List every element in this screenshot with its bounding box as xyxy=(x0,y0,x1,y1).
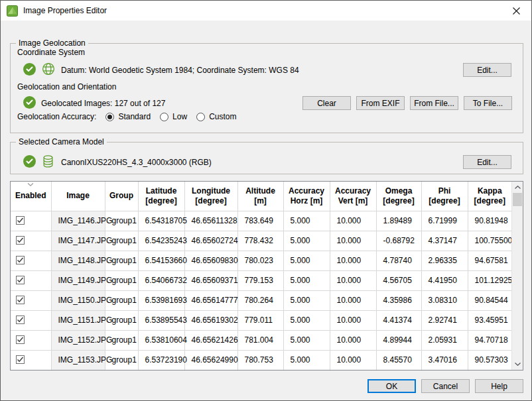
column-header-enabled[interactable]: Enabled xyxy=(11,182,51,211)
column-header-altitude[interactable]: Altitude [m] xyxy=(237,182,283,211)
cell-accuracy-vert[interactable]: 10.000 xyxy=(330,310,376,330)
camera-edit-button[interactable]: Edit... xyxy=(463,155,511,169)
cell-accuracy-horz[interactable]: 5.000 xyxy=(283,330,330,350)
cell-accuracy-horz[interactable]: 5.000 xyxy=(283,270,330,290)
close-icon[interactable] xyxy=(507,3,525,18)
cell-altitude[interactable]: 781.004 xyxy=(237,330,283,350)
cell-longitude[interactable]: 46.65609371 xyxy=(184,270,237,290)
cell-latitude[interactable]: 6.54235243 xyxy=(138,231,184,251)
cell-omega[interactable]: 1.89489 xyxy=(376,211,421,231)
cell-omega[interactable]: 4.56705 xyxy=(376,270,421,290)
cell-accuracy-vert[interactable]: 10.000 xyxy=(330,290,376,310)
cell-longitude[interactable]: 46.65611328 xyxy=(184,211,237,231)
cell-accuracy-horz[interactable]: 5.000 xyxy=(283,211,330,231)
cell-phi[interactable]: 6.71999 xyxy=(421,211,468,231)
cell-kappa[interactable]: 90.81948 xyxy=(468,211,511,231)
help-button[interactable]: Help xyxy=(475,379,523,393)
cell-phi[interactable]: 3.47016 xyxy=(421,350,468,370)
cell-kappa[interactable]: 90.84544 xyxy=(468,290,511,310)
column-header-accuracy-vert[interactable]: Accuracy Vert [m] xyxy=(330,182,376,211)
cell-latitude[interactable]: 6.53810604 xyxy=(138,330,184,350)
cell-phi[interactable]: 3.08310 xyxy=(421,290,468,310)
cell-omega[interactable]: 4.35986 xyxy=(376,290,421,310)
coordinate-edit-button[interactable]: Edit... xyxy=(463,63,511,77)
cell-accuracy-horz[interactable]: 5.000 xyxy=(283,231,330,251)
column-header-kappa[interactable]: Kappa [degree] xyxy=(468,182,511,211)
cell-kappa[interactable]: 94.67581 xyxy=(468,251,511,270)
cell-accuracy-horz[interactable]: 5.000 xyxy=(283,310,330,330)
radio-custom-icon[interactable] xyxy=(196,113,205,121)
cell-phi[interactable]: 2.05931 xyxy=(421,330,468,350)
cell-image[interactable]: IMG_1152.JPG xyxy=(51,330,105,350)
cell-longitude[interactable]: 46.65602724 xyxy=(184,231,237,251)
enabled-checkbox[interactable] xyxy=(16,335,25,344)
cell-altitude[interactable]: 780.264 xyxy=(237,290,283,310)
cell-accuracy-horz[interactable]: 5.000 xyxy=(283,350,330,370)
cell-altitude[interactable]: 780.753 xyxy=(237,350,283,370)
cancel-button[interactable]: Cancel xyxy=(421,379,470,393)
cell-latitude[interactable]: 6.53723190 xyxy=(138,350,184,370)
accuracy-radio-low[interactable]: Low xyxy=(160,112,187,121)
cell-omega[interactable]: 8.45570 xyxy=(376,350,421,370)
cell-altitude[interactable]: 779.011 xyxy=(237,310,283,330)
cell-altitude[interactable]: 778.432 xyxy=(237,231,283,251)
cell-kappa[interactable]: 101.12925 xyxy=(468,270,511,290)
cell-accuracy-vert[interactable]: 10.000 xyxy=(330,211,376,231)
from-file-button[interactable]: From File... xyxy=(410,96,458,110)
ok-button[interactable]: OK xyxy=(367,379,416,393)
cell-kappa[interactable]: 93.45951 xyxy=(468,310,511,330)
to-file-button[interactable]: To File... xyxy=(464,96,512,110)
column-header-phi[interactable]: Phi [degree] xyxy=(421,182,468,211)
cell-omega[interactable]: 4.78740 xyxy=(376,251,421,270)
enabled-checkbox[interactable] xyxy=(16,256,25,264)
cell-longitude[interactable]: 46.65621426 xyxy=(184,330,237,350)
cell-kappa[interactable]: 94.70718 xyxy=(468,330,511,350)
cell-latitude[interactable]: 6.53981693 xyxy=(138,290,184,310)
accuracy-radio-custom[interactable]: Custom xyxy=(196,112,236,121)
cell-image[interactable]: IMG_1146.JPG xyxy=(51,211,105,231)
cell-image[interactable]: IMG_1147.JPG xyxy=(51,231,105,251)
cell-latitude[interactable]: 6.54318705 xyxy=(138,211,184,231)
cell-latitude[interactable]: 6.54066732 xyxy=(138,270,184,290)
scrollbar-thumb[interactable] xyxy=(513,193,522,206)
cell-accuracy-vert[interactable]: 10.000 xyxy=(330,231,376,251)
enabled-checkbox[interactable] xyxy=(16,276,25,284)
cell-omega[interactable]: 4.41374 xyxy=(376,310,421,330)
cell-image[interactable]: IMG_1148.JPG xyxy=(51,251,105,270)
cell-accuracy-vert[interactable]: 10.000 xyxy=(330,330,376,350)
scrollbar-track[interactable] xyxy=(512,206,523,359)
cell-accuracy-vert[interactable]: 10.000 xyxy=(330,270,376,290)
scroll-up-icon[interactable] xyxy=(512,182,523,193)
radio-standard-icon[interactable] xyxy=(105,113,114,121)
cell-accuracy-horz[interactable]: 5.000 xyxy=(283,251,330,270)
column-header-longitude[interactable]: Longitude [degree] xyxy=(184,182,237,211)
cell-phi[interactable]: 4.41950 xyxy=(421,270,468,290)
column-header-latitude[interactable]: Latitude [degree] xyxy=(138,182,184,211)
radio-low-icon[interactable] xyxy=(160,113,168,121)
enabled-checkbox[interactable] xyxy=(16,315,25,324)
cell-accuracy-vert[interactable]: 10.000 xyxy=(330,350,376,370)
cell-longitude[interactable]: 46.65624990 xyxy=(184,350,237,370)
column-header-omega[interactable]: Omega [degree] xyxy=(376,182,421,211)
cell-image[interactable]: IMG_1150.JPG xyxy=(51,290,105,310)
cell-longitude[interactable]: 46.65619302 xyxy=(184,310,237,330)
cell-latitude[interactable]: 6.53895543 xyxy=(138,310,184,330)
enabled-checkbox[interactable] xyxy=(16,216,25,225)
cell-altitude[interactable]: 779.153 xyxy=(237,270,283,290)
column-header-group[interactable]: Group xyxy=(105,182,138,211)
enabled-checkbox[interactable] xyxy=(16,296,25,304)
cell-altitude[interactable]: 780.023 xyxy=(237,251,283,270)
column-header-accuracy-horz[interactable]: Accuracy Horz [m] xyxy=(283,182,330,211)
cell-longitude[interactable]: 46.65614777 xyxy=(184,290,237,310)
cell-image[interactable]: IMG_1153.JPG xyxy=(51,350,105,370)
cell-image[interactable]: IMG_1151.JPG xyxy=(51,310,105,330)
scroll-down-icon[interactable] xyxy=(512,359,523,370)
cell-omega[interactable]: 4.89944 xyxy=(376,330,421,350)
accuracy-radio-standard[interactable]: Standard xyxy=(105,112,151,121)
cell-omega[interactable]: -0.68792 xyxy=(376,231,421,251)
clear-button[interactable]: Clear xyxy=(302,96,351,110)
from-exif-button[interactable]: From EXIF xyxy=(356,96,405,110)
enabled-checkbox[interactable] xyxy=(16,355,25,364)
cell-image[interactable]: IMG_1149.JPG xyxy=(51,270,105,290)
cell-longitude[interactable]: 46.65609830 xyxy=(184,251,237,270)
